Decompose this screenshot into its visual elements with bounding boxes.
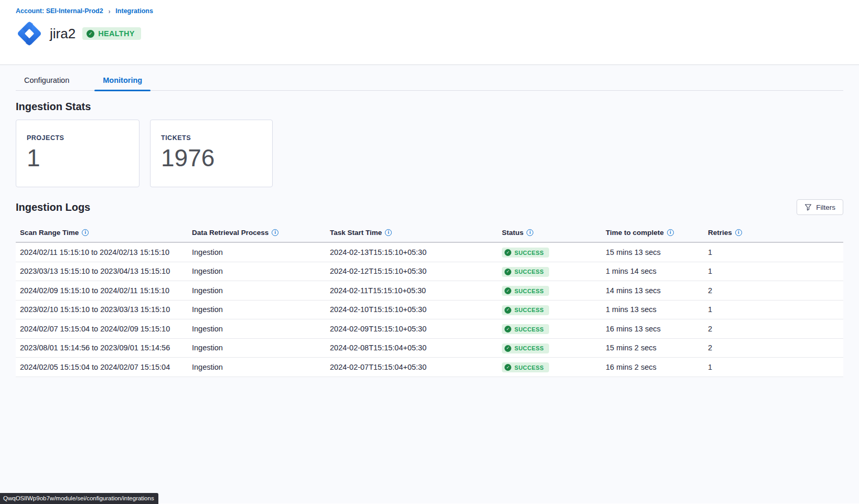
filters-button-label: Filters: [816, 203, 835, 211]
info-icon[interactable]: i: [272, 229, 278, 236]
content-area: Configuration Monitoring Ingestion Stats…: [0, 65, 859, 503]
cell-retries: 1: [708, 363, 843, 371]
check-icon: ✓: [504, 287, 511, 294]
filters-button[interactable]: Filters: [797, 199, 843, 215]
cell-task-start-time: 2024-02-10T15:15:10+05:30: [330, 305, 502, 314]
info-icon[interactable]: i: [385, 229, 392, 236]
tab-bar: Configuration Monitoring: [16, 65, 843, 91]
status-badge-label: SUCCESS: [514, 307, 544, 313]
check-icon: ✓: [87, 30, 94, 38]
cell-data-retrieval-process: Ingestion: [192, 305, 330, 314]
breadcrumb-account-link[interactable]: Account: SEI-Internal-Prod2: [16, 7, 103, 15]
cell-scan-range-time: 2024/02/11 15:15:10 to 2024/02/13 15:15:…: [16, 248, 192, 256]
cell-retries: 1: [708, 248, 843, 256]
breadcrumb-integrations-link[interactable]: Integrations: [115, 7, 153, 15]
table-row[interactable]: 2024/02/05 15:15:04 to 2024/02/07 15:15:…: [16, 358, 843, 377]
stat-card-label: PROJECTS: [27, 134, 128, 142]
column-header-scan-range-time: Scan Range Timei: [16, 229, 192, 237]
cell-retries: 1: [708, 267, 843, 275]
table-body: 2024/02/11 15:15:10 to 2024/02/13 15:15:…: [16, 243, 843, 377]
info-icon[interactable]: i: [82, 229, 89, 236]
info-icon[interactable]: i: [735, 229, 742, 236]
ingestion-logs-heading: Ingestion Logs: [16, 201, 90, 213]
cell-time-to-complete: 14 mins 13 secs: [606, 286, 708, 295]
cell-status: ✓ SUCCESS: [502, 362, 606, 373]
cell-scan-range-time: 2023/03/13 15:15:10 to 2023/04/13 15:15:…: [16, 267, 192, 275]
column-header-label: Data Retrieval Process: [192, 229, 269, 237]
status-badge: ✓ SUCCESS: [502, 286, 549, 296]
check-icon: ✓: [504, 364, 511, 371]
cell-task-start-time: 2024-02-07T15:15:04+05:30: [330, 363, 502, 371]
jira-logo-icon: [16, 19, 43, 48]
check-icon: ✓: [504, 307, 511, 314]
ingestion-stats-heading: Ingestion Stats: [16, 101, 843, 113]
cell-status: ✓ SUCCESS: [502, 342, 606, 353]
stat-cards: PROJECTS 1 TICKETS 1976: [16, 120, 843, 187]
cell-task-start-time: 2024-02-11T15:15:10+05:30: [330, 286, 502, 295]
status-badge-label: SUCCESS: [514, 364, 544, 371]
cell-scan-range-time: 2024/02/09 15:15:10 to 2024/02/11 15:15:…: [16, 286, 192, 295]
column-header-label: Time to complete: [606, 229, 664, 237]
stat-card-value: 1: [27, 146, 128, 170]
cell-time-to-complete: 1 mins 14 secs: [606, 267, 708, 275]
check-icon: ✓: [504, 326, 511, 333]
cell-time-to-complete: 16 mins 2 secs: [606, 363, 708, 371]
stat-card-label: TICKETS: [161, 134, 262, 142]
cell-scan-range-time: 2023/08/01 15:14:56 to 2023/09/01 15:14:…: [16, 344, 192, 352]
column-header-retries: Retriesi: [708, 229, 843, 237]
cell-scan-range-time: 2024/02/07 15:15:04 to 2024/02/09 15:15:…: [16, 325, 192, 333]
tab-monitoring[interactable]: Monitoring: [94, 76, 151, 90]
tab-configuration[interactable]: Configuration: [16, 76, 78, 90]
table-row[interactable]: 2023/02/10 15:15:10 to 2023/03/13 15:15:…: [16, 301, 843, 320]
cell-data-retrieval-process: Ingestion: [192, 248, 330, 256]
column-header-status: Statusi: [502, 229, 606, 237]
column-header-time-to-complete: Time to completei: [606, 229, 708, 237]
cell-status: ✓ SUCCESS: [502, 324, 606, 335]
cell-time-to-complete: 15 mins 13 secs: [606, 248, 708, 256]
breadcrumb: Account: SEI-Internal-Prod2 › Integratio…: [16, 7, 843, 15]
status-badge: ✓ SUCCESS: [502, 324, 549, 334]
status-badge: ✓ SUCCESS: [502, 362, 549, 372]
cell-task-start-time: 2024-02-09T15:15:10+05:30: [330, 325, 502, 333]
column-header-label: Task Start Time: [330, 229, 382, 237]
cell-time-to-complete: 16 mins 13 secs: [606, 325, 708, 333]
table-row[interactable]: 2024/02/09 15:15:10 to 2024/02/11 15:15:…: [16, 281, 843, 301]
check-icon: ✓: [504, 249, 511, 256]
cell-retries: 2: [708, 344, 843, 352]
column-header-label: Scan Range Time: [20, 229, 79, 237]
column-header-label: Retries: [708, 229, 732, 237]
table-row[interactable]: 2024/02/11 15:15:10 to 2024/02/13 15:15:…: [16, 243, 843, 262]
cell-task-start-time: 2024-02-12T15:15:10+05:30: [330, 267, 502, 275]
cell-status: ✓ SUCCESS: [502, 266, 606, 277]
table-row[interactable]: 2024/02/07 15:15:04 to 2024/02/09 15:15:…: [16, 319, 843, 339]
title-row: jira2 ✓ HEALTHY: [16, 19, 843, 48]
table-row[interactable]: 2023/08/01 15:14:56 to 2023/09/01 15:14:…: [16, 339, 843, 358]
column-header-data-retrieval-process: Data Retrieval Processi: [192, 229, 330, 237]
cell-data-retrieval-process: Ingestion: [192, 325, 330, 333]
link-preview-status-bar: QwqOSlIWp9ob7w/module/sei/configuration/…: [0, 493, 158, 504]
info-icon[interactable]: i: [667, 229, 674, 236]
column-header-task-start-time: Task Start Timei: [330, 229, 502, 237]
ingestion-logs-table: Scan Range TimeiData Retrieval ProcessiT…: [16, 222, 843, 377]
cell-time-to-complete: 1 mins 13 secs: [606, 305, 708, 314]
stat-card-projects: PROJECTS 1: [16, 120, 139, 187]
chevron-right-icon: ›: [109, 7, 111, 15]
cell-retries: 2: [708, 286, 843, 295]
table-row[interactable]: 2023/03/13 15:15:10 to 2023/04/13 15:15:…: [16, 262, 843, 282]
cell-data-retrieval-process: Ingestion: [192, 267, 330, 275]
info-icon[interactable]: i: [527, 229, 533, 236]
status-badge-label: SUCCESS: [514, 269, 544, 275]
health-badge-label: HEALTHY: [98, 29, 135, 38]
column-header-label: Status: [502, 229, 523, 237]
cell-data-retrieval-process: Ingestion: [192, 344, 330, 352]
cell-task-start-time: 2024-02-08T15:15:04+05:30: [330, 344, 502, 352]
cell-task-start-time: 2024-02-13T15:15:10+05:30: [330, 248, 502, 256]
status-badge: ✓ SUCCESS: [502, 248, 549, 258]
stat-card-value: 1976: [161, 146, 262, 170]
cell-retries: 1: [708, 305, 843, 314]
status-badge: ✓ SUCCESS: [502, 344, 549, 353]
cell-status: ✓ SUCCESS: [502, 247, 606, 258]
status-badge-label: SUCCESS: [514, 326, 544, 333]
cell-scan-range-time: 2024/02/05 15:15:04 to 2024/02/07 15:15:…: [16, 363, 192, 371]
health-status-badge: ✓ HEALTHY: [82, 27, 141, 40]
